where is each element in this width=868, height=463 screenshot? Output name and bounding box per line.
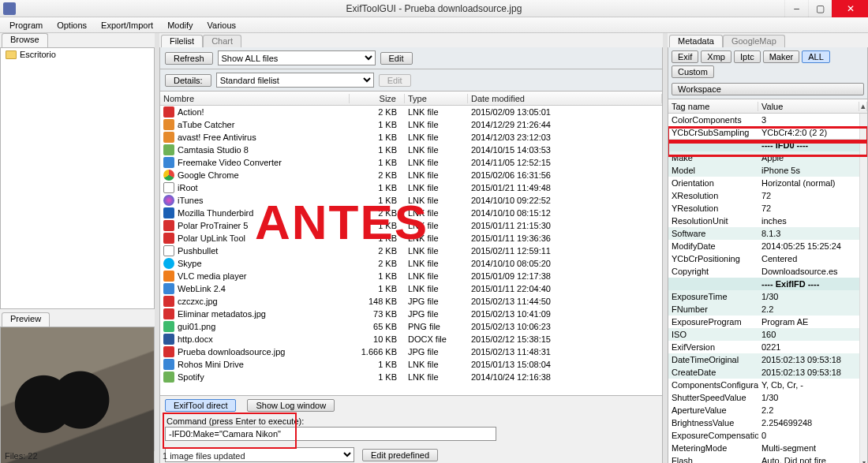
metadata-row[interactable]: FNumber2.2	[668, 303, 867, 316]
tab-browse[interactable]: Browse	[2, 33, 48, 47]
table-row[interactable]: WebLink 2.41 KBLNK file2015/01/11 22:04:…	[160, 282, 662, 295]
table-row[interactable]: iRoot1 KBLNK file2015/01/21 11:49:48	[160, 181, 662, 194]
metadata-row[interactable]: ColorComponents3	[668, 114, 867, 126]
table-row[interactable]: Prueba downloadsource.jpg1.666 KBJPG fil…	[160, 345, 662, 358]
metadata-row[interactable]: MakeApple	[668, 151, 867, 164]
meta-value: 2.2	[758, 405, 859, 415]
tab-metadata[interactable]: Metadata	[669, 35, 723, 47]
col-tagname[interactable]: Tag name	[668, 102, 758, 111]
btn-xmp[interactable]: Xmp	[701, 50, 731, 63]
meta-tag: ShutterSpeedValue	[668, 393, 758, 402]
metadata-row[interactable]: CreateDate2015:02:13 09:53:18	[668, 366, 867, 379]
table-row[interactable]: Mozilla Thunderbird2 KBLNK file2014/10/1…	[160, 207, 662, 219]
table-row[interactable]: Spotify1 KBLNK file2014/10/24 12:16:38	[160, 371, 662, 383]
metadata-row[interactable]: YCbCrSubSamplingYCbCr4:2:0 (2 2)	[668, 126, 867, 139]
filelist-combo[interactable]: Standard filelist	[216, 73, 374, 88]
tree-root[interactable]: Escritorio	[1, 48, 154, 61]
table-row[interactable]: Freemake Video Converter1 KBLNK file2014…	[160, 156, 662, 169]
table-row[interactable]: czczxc.jpg148 KBJPG file2015/02/13 11:44…	[160, 295, 662, 308]
edit-predefined-button[interactable]: Edit predefined	[362, 449, 438, 461]
btn-exif[interactable]: Exif	[672, 50, 698, 63]
metadata-row[interactable]: ---- IFD0 ----	[668, 139, 867, 151]
metadata-row[interactable]: YCbCrPositioningCentered	[668, 252, 867, 265]
metadata-row[interactable]: Software8.1.3	[668, 227, 867, 240]
menu-various[interactable]: Various	[201, 19, 242, 32]
table-row[interactable]: iTunes1 KBLNK file2014/10/10 09:22:52	[160, 194, 662, 207]
metadata-row[interactable]: ResolutionUnitinches	[668, 215, 867, 227]
table-row[interactable]: http.docx10 KBDOCX file2015/02/12 15:38:…	[160, 333, 662, 345]
meta-value: Program AE	[758, 317, 859, 327]
menu-export[interactable]: Export/Import	[95, 19, 159, 32]
table-row[interactable]: Polar UpLink Tool1 KBLNK file2015/01/11 …	[160, 232, 662, 245]
metadata-row[interactable]: ModifyDate2014:05:25 15:25:24	[668, 240, 867, 252]
btn-all[interactable]: ALL	[802, 50, 830, 63]
table-row[interactable]: VLC media player1 KBLNK file2015/01/09 1…	[160, 270, 662, 282]
metadata-row[interactable]: ISO160	[668, 328, 867, 341]
meta-tag: ModifyDate	[668, 241, 758, 251]
metadata-row[interactable]: DateTimeOriginal2015:02:13 09:53:18	[668, 353, 867, 366]
metadata-row[interactable]: ShutterSpeedValue1/30	[668, 391, 867, 404]
table-row[interactable]: Rohos Mini Drive1 KBLNK file2015/01/13 1…	[160, 358, 662, 371]
metadata-row[interactable]: ExifVersion0221	[668, 341, 867, 353]
meta-tag: XResolution	[668, 191, 758, 200]
metadata-row[interactable]: ModeliPhone 5s	[668, 164, 867, 177]
metadata-row[interactable]: ApertureValue2.2	[668, 404, 867, 416]
tab-chart[interactable]: Chart	[203, 35, 241, 47]
browse-tree[interactable]: Escritorio	[0, 47, 155, 309]
metadata-row[interactable]: XResolution72	[668, 189, 867, 202]
command-input[interactable]	[165, 427, 496, 441]
metadata-row[interactable]: OrientationHorizontal (normal)	[668, 177, 867, 189]
metadata-row[interactable]: FlashAuto, Did not fire	[668, 454, 867, 463]
btn-custom[interactable]: Custom	[672, 65, 714, 78]
metadata-row[interactable]: BrightnessValue2.254699248	[668, 416, 867, 429]
table-row[interactable]: Google Chrome2 KBLNK file2015/02/06 16:3…	[160, 169, 662, 181]
filter-combo[interactable]: Show ALL files	[218, 50, 376, 65]
details-button[interactable]: Details:	[165, 74, 211, 87]
metadata-row[interactable]: MeteringModeMulti-segment	[668, 442, 867, 454]
exiftool-direct-button[interactable]: ExifTool direct	[165, 399, 236, 412]
menu-program[interactable]: Program	[3, 19, 49, 32]
col-name[interactable]: Nombre	[160, 94, 350, 103]
meta-tag: YCbCrPositioning	[668, 254, 758, 263]
scroll-up-icon[interactable]: ▴	[859, 102, 867, 111]
metadata-row[interactable]: ExposureCompensation0	[668, 429, 867, 442]
metadata-row[interactable]: YResolution72	[668, 202, 867, 215]
col-type[interactable]: Type	[405, 94, 468, 103]
menu-options[interactable]: Options	[51, 19, 93, 32]
metadata-row[interactable]: CopyrightDownloadsource.es	[668, 265, 867, 278]
tab-preview[interactable]: Preview	[2, 312, 50, 327]
table-row[interactable]: Polar ProTrainer 51 KBLNK file2015/01/11…	[160, 219, 662, 232]
refresh-button[interactable]: Refresh	[165, 52, 213, 65]
col-size[interactable]: Size	[350, 94, 405, 103]
file-name: Polar UpLink Tool	[178, 233, 245, 243]
tab-googlemap[interactable]: GoogleMap	[723, 35, 785, 47]
col-value[interactable]: Value	[758, 102, 859, 111]
metadata-scrollbar[interactable]: ▾	[859, 114, 867, 463]
table-row[interactable]: avast! Free Antivirus1 KBLNK file2014/12…	[160, 131, 662, 144]
meta-tag: Model	[668, 166, 758, 175]
table-row[interactable]: Eliminar metadatos.jpg73 KBJPG file2015/…	[160, 308, 662, 320]
metadata-row[interactable]: ComponentsConfigurationY, Cb, Cr, -	[668, 379, 867, 391]
scroll-down-icon[interactable]: ▾	[860, 457, 868, 463]
col-date[interactable]: Date modified	[468, 94, 662, 103]
btn-iptc[interactable]: Iptc	[734, 50, 761, 63]
table-row[interactable]: aTube Catcher1 KBLNK file2014/12/29 21:2…	[160, 118, 662, 131]
table-row[interactable]: Pushbullet2 KBLNK file2015/02/11 12:59:1…	[160, 245, 662, 257]
file-type: LNK file	[405, 221, 468, 230]
btn-workspace[interactable]: Workspace	[672, 83, 864, 95]
menu-modify[interactable]: Modify	[161, 19, 199, 32]
table-row[interactable]: Action!2 KBLNK file2015/02/09 13:05:01	[160, 106, 662, 118]
table-row[interactable]: gui01.png65 KBPNG file2015/02/13 10:06:2…	[160, 320, 662, 333]
metadata-row[interactable]: ---- ExifIFD ----	[668, 278, 867, 290]
show-log-button[interactable]: Show Log window	[247, 399, 335, 412]
table-row[interactable]: Camtasia Studio 81 KBLNK file2014/10/15 …	[160, 144, 662, 156]
file-size: 2 KB	[350, 170, 405, 180]
tab-filelist[interactable]: Filelist	[161, 35, 203, 47]
metadata-row[interactable]: ExposureTime1/30	[668, 290, 867, 303]
btn-maker[interactable]: Maker	[763, 50, 800, 63]
file-type: PNG file	[405, 322, 468, 331]
metadata-row[interactable]: ExposureProgramProgram AE	[668, 316, 867, 328]
edit-filter-button[interactable]: Edit	[380, 52, 413, 65]
table-row[interactable]: Skype2 KBLNK file2014/10/10 08:05:20	[160, 257, 662, 270]
file-size: 1 KB	[350, 145, 405, 155]
